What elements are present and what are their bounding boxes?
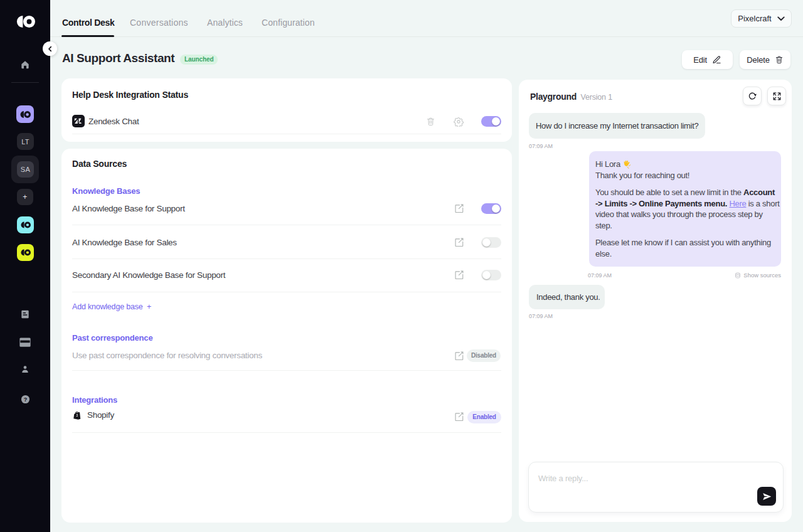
- svg-text:?: ?: [24, 396, 28, 403]
